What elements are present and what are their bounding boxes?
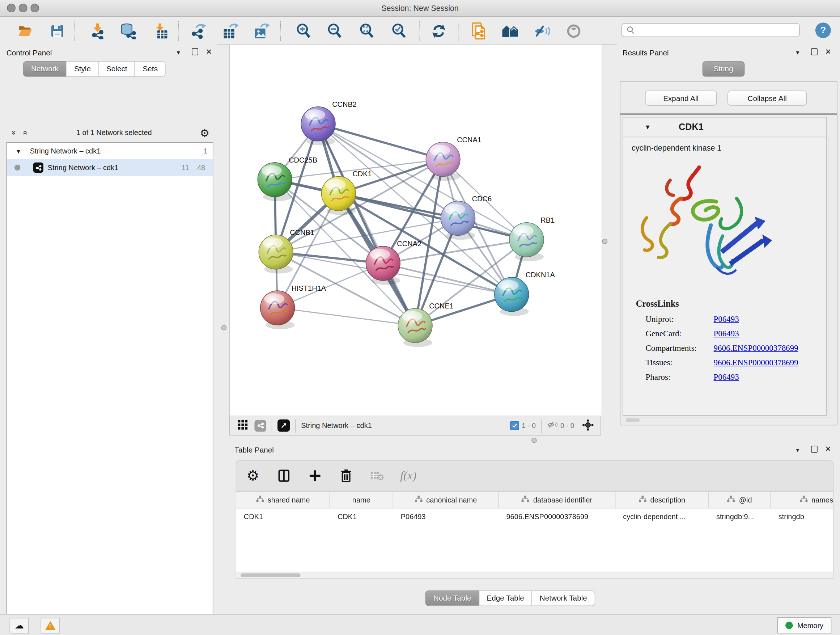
expand-all-button[interactable]: Expand All [645,90,717,105]
tab-network-table[interactable]: Network Table [532,591,595,606]
tab-node-table[interactable]: Node Table [425,591,479,606]
expand-all-icon[interactable]: « [21,130,30,135]
zoom-in-icon[interactable] [294,22,313,40]
show-columns-icon[interactable] [276,468,292,484]
network-node-label: CCNB1 [290,228,314,236]
add-column-icon[interactable] [307,468,323,484]
crosslink-link[interactable]: 9606.ENSP00000378699 [714,343,798,353]
table-cell[interactable]: P06493 [393,512,499,520]
warnings-button[interactable] [41,618,60,633]
network-node-CDC6[interactable]: CDC6 [441,195,492,240]
export-image-icon[interactable] [252,22,270,40]
network-options-gear-icon[interactable]: ⚙ [200,126,210,139]
export-table-icon[interactable] [221,22,240,40]
pan-crosshair-icon[interactable] [582,418,594,432]
tab-sets[interactable]: Sets [134,61,166,77]
cloud-button[interactable]: ☁ [10,618,29,633]
help-button[interactable]: ? [815,22,831,38]
network-node-CCNA1[interactable]: CCNA1 [426,136,482,181]
zoom-out-icon[interactable] [325,22,344,40]
column-header-name[interactable]: name [330,492,393,508]
network-canvas[interactable]: CCNB2CCNA1CDC25BCDK1CDC6RB1CCNB1CCNA2CDK… [229,44,602,416]
save-session-icon[interactable] [48,22,66,40]
grid-view-icon[interactable] [237,419,248,432]
open-session-icon[interactable] [16,22,34,40]
column-header-canonical-name[interactable]: canonical name [393,492,499,508]
results-horizontal-scrollbar[interactable] [622,417,835,424]
network-node-RB1[interactable]: RB1 [509,216,554,261]
home-icon[interactable] [501,22,519,40]
column-header--id[interactable]: @id [709,492,771,508]
undock-panel-icon[interactable] [192,48,198,57]
delete-table-icon[interactable] [369,468,385,484]
collapse-all-button[interactable]: Collapse All [728,90,807,105]
table-horizontal-scrollbar[interactable] [236,572,834,578]
share-document-icon[interactable] [469,22,487,40]
table-undock-icon[interactable] [811,446,818,454]
results-float-icon[interactable]: ▾ [796,48,799,56]
crosslink-link[interactable]: P06493 [714,329,739,339]
table-cell[interactable]: cyclin-dependent ... [616,512,709,520]
table-cell[interactable]: CDK1 [330,512,393,520]
selected-checkbox-icon[interactable] [510,421,519,430]
results-close-icon[interactable]: ✕ [825,47,831,56]
table-cell[interactable]: stringdb:9... [709,512,771,520]
tab-edge-table[interactable]: Edge Table [478,591,532,606]
crosslink-label: Uniprot: [645,314,714,324]
results-vertical-scrollbar[interactable] [828,137,835,416]
table-cell[interactable]: CDK1 [236,512,330,520]
table-cell[interactable]: stringdb [771,512,834,520]
function-builder-icon[interactable]: f(x) [400,468,416,484]
network-edge-HIST1H1A-CCNE1[interactable] [278,308,415,325]
network-edge-CCNB2-CCNA1[interactable] [318,124,443,159]
table-scrollbar-thumb[interactable] [240,573,301,577]
export-network-icon[interactable] [189,22,207,40]
zoom-fit-icon[interactable] [358,22,376,40]
table-settings-gear-icon[interactable]: ⚙ [245,468,261,484]
network-node-HIST1H1A[interactable]: HIST1H1A [261,284,326,329]
right-splitter-handle[interactable] [602,239,607,244]
eye-icon[interactable] [565,22,583,40]
column-header-label: namespace [812,496,834,504]
collapse-all-icon[interactable]: » [9,130,19,135]
column-header-description[interactable]: description [616,492,709,508]
crosslink-link[interactable]: P06493 [714,314,739,324]
left-splitter-handle[interactable] [221,325,227,331]
column-header-shared-name[interactable]: shared name [236,492,330,508]
crosslink-link[interactable]: 9606.ENSP00000378699 [714,358,798,367]
hide-eye-icon[interactable] [533,22,551,40]
import-network-icon[interactable] [88,22,106,40]
bottom-splitter-handle[interactable] [531,438,537,443]
tab-style[interactable]: Style [66,61,99,77]
float-panel-icon[interactable]: ▾ [177,48,180,56]
crosslink-link[interactable]: P06493 [714,372,739,382]
network-node-CCNB1[interactable]: CCNB1 [259,228,314,274]
table-row[interactable]: CDK1CDK1P064939606.ENSP00000378699cyclin… [236,508,833,524]
table-float-icon[interactable]: ▾ [796,446,799,454]
window-title: Session: New Session [0,4,840,12]
string-view-icon[interactable] [254,420,266,432]
table-close-icon[interactable]: ✕ [825,445,831,453]
import-table-icon[interactable] [152,22,171,40]
collection-expand-icon[interactable]: ▼ [16,148,21,154]
network-collection-row[interactable]: ▼ String Network – cdk1 1 [7,143,213,159]
table-cell[interactable]: 9606.ENSP00000378699 [499,512,616,520]
network-row-selected[interactable]: String Network – cdk1 11 48 [7,159,213,176]
zoom-selected-icon[interactable] [390,22,408,40]
memory-button[interactable]: Memory [777,617,831,633]
search-input[interactable] [635,25,799,35]
delete-column-icon[interactable] [338,468,354,484]
tab-select[interactable]: Select [98,61,135,77]
network-node-CCNB2[interactable]: CCNB2 [301,100,357,146]
tab-string[interactable]: String [702,61,744,77]
results-undock-icon[interactable] [811,48,818,57]
import-network-database-icon[interactable] [119,22,137,40]
column-header-namespace[interactable]: namespace [771,492,834,508]
tab-network[interactable]: Network [23,61,66,77]
gene-collapse-icon[interactable]: ▼ [644,124,651,131]
refresh-view-icon[interactable] [430,22,448,40]
column-header-database-identifier[interactable]: database identifier [499,492,616,508]
close-panel-icon[interactable]: ✕ [206,47,212,56]
gene-title: CDK1 [679,122,704,133]
detach-view-icon[interactable] [278,419,290,432]
